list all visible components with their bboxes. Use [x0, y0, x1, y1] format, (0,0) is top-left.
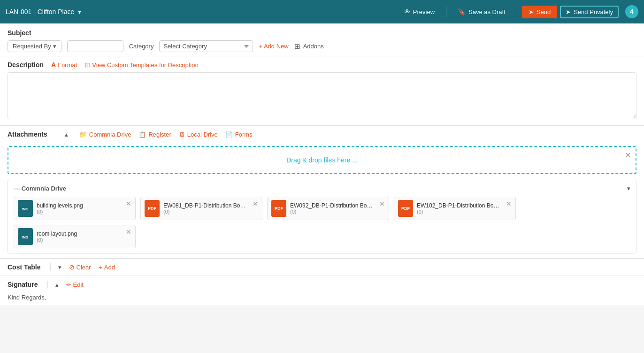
addons-button[interactable]: ⊞ Addons	[294, 42, 324, 51]
file-info: building levels.png (0)	[37, 202, 131, 215]
monitor-icon: 🖥	[179, 131, 185, 138]
divider	[446, 6, 446, 17]
send-button[interactable]: ➤ Send	[522, 6, 557, 18]
attachments-header: Attachments ▴ 📁 Commnia Drive 📋 Register…	[8, 130, 636, 142]
cost-table-title: Cost Table	[8, 263, 51, 271]
attachment-tabs: ▴ 📁 Commnia Drive 📋 Register 🖥 Local Dri…	[65, 131, 253, 138]
project-title-area: LAN-001 - Clifton Place ▾	[6, 8, 81, 15]
description-title: Description	[8, 61, 44, 69]
file-info: EW102_DB-P1-Distribution Board... (0)	[417, 202, 512, 215]
send-icon: ➤	[529, 8, 534, 15]
description-textarea[interactable]	[8, 72, 636, 119]
file-size: (0)	[163, 209, 258, 215]
signature-edit-button[interactable]: ✏ Edit	[66, 281, 84, 288]
commnia-drive-header: — Commnia Drive ▾	[14, 185, 630, 192]
signature-body: Kind Regards,	[8, 288, 636, 301]
file-info: EW092_DB-P1-Distribution Board... (0)	[290, 202, 385, 215]
pdf-file-icon: PDF	[398, 200, 413, 217]
files-grid: IMG building levels.png (0) ✕ PDF E	[14, 197, 630, 248]
folder-icon: 📁	[79, 131, 87, 138]
drag-drop-text: Drag & drop files here ...	[286, 156, 358, 164]
file-name: EW092_DB-P1-Distribution Board...	[290, 202, 375, 209]
file-size: (0)	[37, 209, 131, 215]
commnia-drive-title: — Commnia Drive	[14, 185, 66, 192]
subject-section: Subject Requested By ▾ Category Select C…	[0, 23, 644, 56]
file-remove-icon[interactable]: ✕	[126, 228, 131, 236]
preview-button[interactable]: 👁 Preview	[397, 5, 441, 18]
svg-text:IMG: IMG	[22, 236, 29, 239]
file-size: (0)	[37, 237, 131, 243]
signature-text: Kind Regards,	[8, 294, 46, 301]
png-file-icon: IMG	[18, 228, 33, 245]
commnia-drive-collapse-icon[interactable]: ▾	[627, 185, 630, 192]
file-size: (0)	[290, 209, 385, 215]
drag-drop-area[interactable]: Drag & drop files here ... ✕	[8, 146, 636, 174]
file-item: PDF EW081_DB-P1-Distribution Board... (0…	[140, 197, 262, 220]
pdf-file-icon: PDF	[271, 200, 286, 217]
file-remove-icon[interactable]: ✕	[126, 200, 131, 207]
category-label: Category	[129, 43, 154, 50]
project-chevron-icon[interactable]: ▾	[78, 8, 81, 15]
main-content: Subject Requested By ▾ Category Select C…	[0, 23, 644, 306]
signature-expand-icon[interactable]: ▴	[55, 281, 59, 288]
file-item: IMG building levels.png (0) ✕	[14, 197, 136, 220]
file-remove-icon[interactable]: ✕	[253, 200, 258, 207]
signature-section: Signature ▴ ✏ Edit Kind Regards,	[0, 276, 644, 306]
commnia-drive-tab[interactable]: 📁 Commnia Drive	[79, 131, 131, 138]
file-remove-icon[interactable]: ✕	[379, 200, 385, 207]
header-actions: 👁 Preview 🔖 Save as Draft ➤ Send ➤ Send …	[397, 5, 638, 18]
bookmark-icon: 🔖	[458, 8, 466, 15]
signature-title: Signature	[8, 281, 48, 288]
pdf-file-icon: PDF	[145, 200, 160, 217]
png-file-icon: IMG	[18, 200, 33, 217]
forms-tab[interactable]: 📄 Forms	[225, 131, 253, 138]
attachments-section: Attachments ▴ 📁 Commnia Drive 📋 Register…	[0, 126, 644, 259]
description-section: Description A Format ⊡ View Custom Templ…	[0, 56, 644, 126]
file-name: EW081_DB-P1-Distribution Board...	[163, 202, 248, 209]
template-icon: ⊡	[84, 61, 90, 69]
file-info: room layout.png (0)	[37, 230, 131, 243]
requested-by-button[interactable]: Requested By ▾	[8, 40, 61, 52]
format-icon: A	[51, 61, 56, 69]
save-draft-button[interactable]: 🔖 Save as Draft	[451, 5, 512, 18]
send-privately-button[interactable]: ➤ Send Privately	[560, 6, 619, 18]
category-select[interactable]: Select Category	[159, 40, 253, 52]
file-name: EW102_DB-P1-Distribution Board...	[417, 202, 501, 209]
pencil-icon: ✏	[66, 281, 71, 288]
view-templates-button[interactable]: ⊡ View Custom Templates for Description	[84, 61, 198, 69]
clear-icon: ⊘	[69, 263, 75, 271]
commnia-drive-box: — Commnia Drive ▾ IMG building levels.pn…	[8, 180, 636, 253]
subject-label: Subject	[8, 29, 636, 37]
file-item: PDF EW102_DB-P1-Distribution Board... (0…	[394, 197, 516, 220]
subject-controls: Requested By ▾ Category Select Category …	[8, 40, 636, 52]
add-new-button[interactable]: + Add New	[259, 43, 288, 50]
drag-drop-close-icon[interactable]: ✕	[625, 151, 631, 160]
signature-header: Signature ▴ ✏ Edit	[8, 281, 636, 288]
description-header: Description A Format ⊡ View Custom Templ…	[8, 61, 636, 69]
cost-table-controls: ▾ ⊘ Clear + Add	[58, 263, 115, 271]
register-tab[interactable]: 📋 Register	[138, 131, 171, 138]
subject-input[interactable]	[67, 40, 123, 52]
divider2	[517, 6, 517, 17]
file-size: (0)	[417, 209, 512, 215]
file-remove-icon[interactable]: ✕	[506, 200, 512, 207]
eye-icon: 👁	[404, 8, 410, 15]
cost-table-section: Cost Table ▾ ⊘ Clear + Add	[0, 259, 644, 276]
send-privately-icon: ➤	[566, 8, 571, 15]
cost-table-collapse-icon[interactable]: ▾	[58, 264, 61, 271]
signature-controls: ▴ ✏ Edit	[55, 281, 84, 288]
header: LAN-001 - Clifton Place ▾ 👁 Preview 🔖 Sa…	[0, 0, 644, 23]
dropdown-chevron-icon: ▾	[53, 43, 56, 50]
notification-badge[interactable]: 4	[625, 5, 638, 18]
register-icon: 📋	[138, 131, 146, 138]
forms-icon: 📄	[225, 131, 233, 138]
attachments-title: Attachments	[8, 130, 57, 138]
attachments-collapse-button[interactable]: ▴	[65, 131, 68, 138]
local-drive-tab[interactable]: 🖥 Local Drive	[179, 131, 218, 138]
cost-table-clear-button[interactable]: ⊘ Clear	[69, 263, 91, 271]
file-name: building levels.png	[37, 202, 121, 209]
format-button[interactable]: A Format	[51, 61, 77, 69]
cost-table-add-button[interactable]: + Add	[99, 263, 115, 271]
add-icon: +	[99, 263, 102, 271]
project-title: LAN-001 - Clifton Place	[6, 8, 74, 15]
